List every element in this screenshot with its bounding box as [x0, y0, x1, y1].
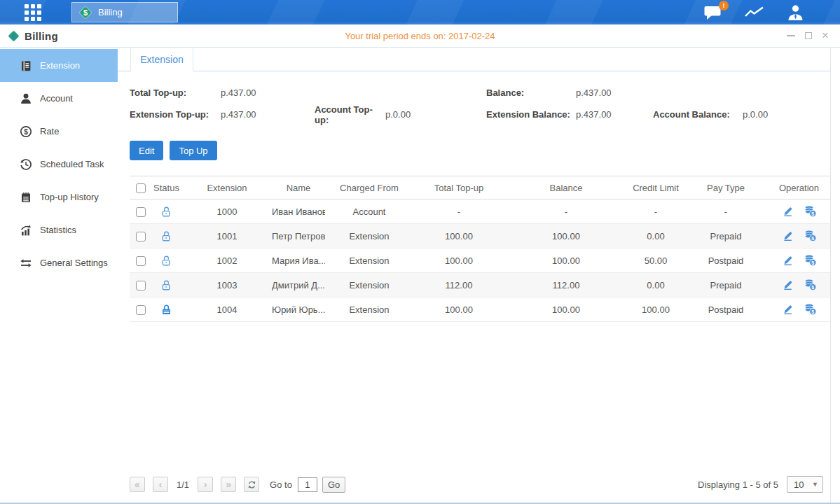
rate-icon: $	[20, 125, 32, 138]
first-page-button[interactable]: «	[130, 477, 145, 492]
top-up-icon[interactable]	[804, 253, 817, 267]
cell-credit-limit: 50.00	[628, 248, 684, 273]
top-up-icon[interactable]	[804, 229, 817, 242]
account-top-up-value: p.0.00	[385, 109, 486, 120]
balance-summary: Total Top-up: p.437.00 Balance: p.437.00…	[130, 82, 830, 125]
lock-open-icon[interactable]	[160, 255, 172, 267]
table-row: 1003 Дмитрий Д... Extension 112.00 112.0…	[130, 273, 830, 298]
prev-page-button[interactable]: ‹	[153, 477, 168, 492]
sidebar-item-label: Extension	[40, 60, 80, 71]
table-row: 1002 Мария Ива... Extension 100.00 100.0…	[130, 248, 830, 273]
billing-diamond-icon: $	[78, 5, 93, 20]
cell-pay-type: Prepaid	[684, 273, 768, 298]
cell-name: Иван Иванов	[272, 200, 325, 224]
col-charged-from[interactable]: Charged From	[325, 176, 413, 200]
edit-icon[interactable]	[782, 279, 794, 290]
maximize-button[interactable]	[805, 31, 812, 41]
top-up-icon[interactable]	[804, 278, 817, 291]
last-page-button[interactable]: »	[221, 477, 236, 492]
edit-button[interactable]: Edit	[130, 141, 163, 160]
user-button[interactable]	[786, 4, 805, 21]
extension-icon	[20, 59, 32, 72]
col-pay-type[interactable]: Pay Type	[684, 176, 768, 200]
sidebar-item-label: Scheduled Task	[40, 159, 104, 169]
col-operation[interactable]: Operation	[768, 176, 830, 200]
cell-balance: 112.00	[504, 273, 628, 298]
top-up-icon[interactable]	[804, 204, 817, 218]
app-launcher-button[interactable]	[25, 4, 41, 21]
tabbar: Extension	[118, 48, 830, 71]
cell-name: Мария Ива...	[272, 248, 325, 273]
row-checkbox[interactable]	[136, 232, 146, 241]
top-up-button[interactable]: Top Up	[170, 141, 216, 160]
row-checkbox[interactable]	[136, 281, 146, 290]
sidebar-item-scheduled-task[interactable]: Scheduled Task	[0, 148, 118, 181]
top-up-icon[interactable]	[804, 302, 817, 316]
col-credit-limit[interactable]: Credit Limit	[628, 176, 684, 200]
lock-closed-icon[interactable]	[160, 304, 172, 316]
cell-extension: 1003	[182, 273, 272, 298]
sidebar-item-statistics[interactable]: Statistics	[0, 214, 118, 246]
sidebar-item-topup-history[interactable]: Top-up History	[0, 181, 118, 214]
go-button[interactable]: Go	[322, 477, 345, 493]
general-settings-icon	[20, 257, 32, 270]
cell-pay-type: Prepaid	[684, 224, 768, 248]
col-total-top-up[interactable]: Total Top-up	[413, 176, 504, 200]
sidebar-item-label: Top-up History	[40, 192, 99, 202]
main-panel: Extension Total Top-up: p.437.00 Balance…	[118, 48, 831, 503]
sidebar-item-rate[interactable]: $ Rate	[0, 115, 118, 148]
close-button[interactable]: ×	[822, 31, 829, 41]
notification-badge: !	[719, 1, 729, 10]
col-extension[interactable]: Extension	[182, 176, 272, 200]
window-title: Billing	[25, 30, 58, 42]
col-balance[interactable]: Balance	[504, 176, 628, 200]
extension-top-up-label: Extension Top-up:	[130, 109, 221, 120]
goto-page-input[interactable]	[298, 477, 317, 492]
lock-open-icon[interactable]	[160, 206, 172, 218]
tab-extension[interactable]: Extension	[130, 48, 193, 71]
monitor-button[interactable]	[744, 5, 765, 20]
cell-name: Дмитрий Д...	[272, 273, 325, 298]
scheduled-task-icon	[20, 158, 32, 171]
billing-app-window: $ Billing !	[0, 0, 840, 504]
table-row: 1001 Петр Петров Extension 100.00 100.00…	[130, 224, 830, 248]
cell-credit-limit: 100.00	[628, 298, 684, 322]
extension-table: Status Extension Name Charged From Total…	[130, 176, 830, 322]
col-name[interactable]: Name	[272, 176, 325, 200]
cell-extension: 1002	[182, 248, 272, 273]
sidebar-item-account[interactable]: Account	[0, 82, 118, 115]
refresh-button[interactable]	[244, 477, 259, 492]
account-top-up-label: Account Top-up:	[315, 104, 385, 125]
next-page-button[interactable]: ›	[198, 477, 213, 492]
taskbar-billing-tab[interactable]: $ Billing	[71, 2, 178, 22]
edit-icon[interactable]	[782, 254, 794, 266]
row-checkbox[interactable]	[136, 305, 146, 315]
row-checkbox[interactable]	[136, 207, 146, 217]
trial-notice: Your trial period ends on: 2017-02-24	[0, 31, 840, 41]
cell-pay-type: Postpaid	[684, 298, 768, 322]
cell-total-top-up: 100.00	[413, 248, 504, 273]
sidebar-item-general-settings[interactable]: General Settings	[0, 246, 118, 279]
col-status[interactable]: Status	[151, 176, 182, 200]
edit-icon[interactable]	[782, 230, 794, 241]
cell-total-top-up: 100.00	[413, 224, 504, 248]
select-all-checkbox[interactable]	[136, 183, 146, 193]
edit-icon[interactable]	[782, 303, 794, 315]
page-size-select[interactable]: 10 ▼	[787, 476, 823, 493]
pagination-bar: « ‹ 1/1 › » Go to Go Displaying	[118, 469, 830, 503]
lock-open-icon[interactable]	[160, 230, 172, 242]
cell-extension: 1001	[182, 224, 272, 248]
line-chart-icon	[744, 5, 765, 20]
minimize-button[interactable]	[787, 31, 795, 41]
window-titlebar: $ Billing Your trial period ends on: 201…	[0, 24, 840, 48]
cell-total-top-up: 100.00	[413, 298, 504, 322]
sidebar-item-extension[interactable]: Extension	[0, 49, 118, 82]
cell-credit-limit: 0.00	[628, 273, 684, 298]
notifications-button[interactable]: !	[703, 5, 723, 20]
tab-label: Extension	[140, 54, 183, 65]
cell-charged-from: Extension	[325, 273, 413, 298]
cell-balance: 100.00	[504, 224, 628, 248]
row-checkbox[interactable]	[136, 256, 146, 266]
lock-open-icon[interactable]	[160, 279, 172, 291]
edit-icon[interactable]	[782, 205, 794, 217]
